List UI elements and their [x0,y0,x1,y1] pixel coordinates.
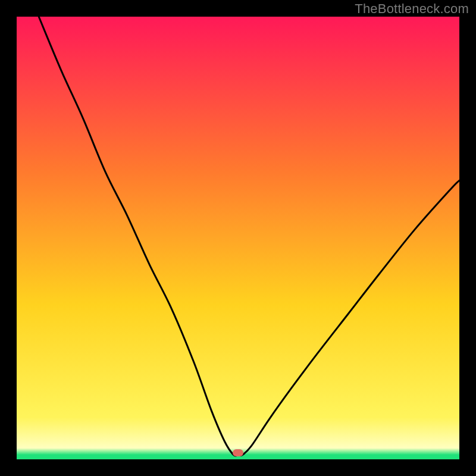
selected-point-marker [233,449,243,456]
chart-plot-area [17,17,459,459]
bottleneck-curve-path [39,17,459,456]
chart-curve [17,17,459,459]
page-root: TheBottleneck.com [0,0,476,476]
watermark-text: TheBottleneck.com [355,1,469,17]
